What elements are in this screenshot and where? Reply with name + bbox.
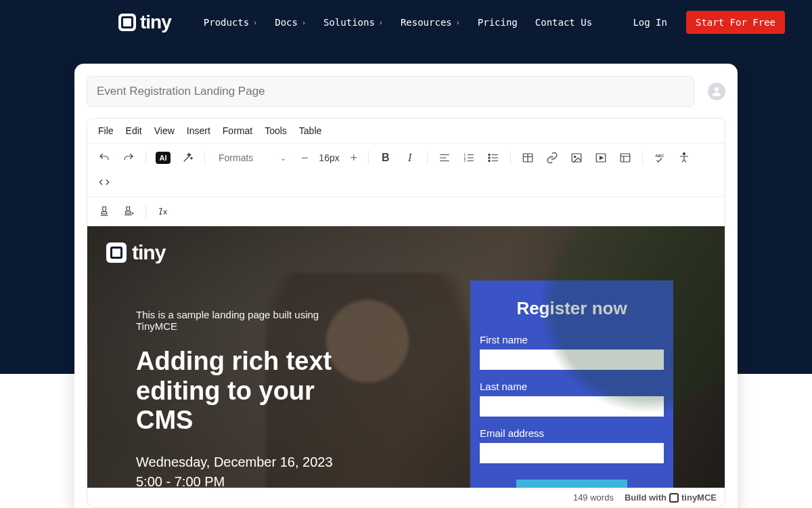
align-button[interactable] <box>434 148 455 168</box>
svg-point-6 <box>489 160 490 161</box>
last-name-label: Last name <box>480 381 664 392</box>
undo-icon <box>98 152 110 164</box>
svg-text:3: 3 <box>464 159 466 163</box>
editor-canvas[interactable]: tiny This is a sample landing page built… <box>87 226 725 488</box>
hero-date: Wednesday, December 16, 2023 <box>136 454 359 470</box>
font-size-value[interactable]: 16px <box>319 152 339 163</box>
chevron-right-icon: › <box>456 19 460 26</box>
chevron-down-icon: ⌄ <box>280 154 286 163</box>
code-button[interactable] <box>94 172 114 192</box>
bold-button[interactable]: B <box>376 148 396 168</box>
nav-item-contact[interactable]: Contact Us <box>535 17 592 28</box>
brand-logo-mark <box>118 14 136 31</box>
rich-text-editor: File Edit View Insert Format Tools Table… <box>87 118 725 488</box>
redo-icon <box>122 152 135 164</box>
magic-wand-button[interactable] <box>177 148 198 168</box>
first-name-input[interactable] <box>480 350 664 370</box>
stamp-add-button[interactable] <box>118 201 139 221</box>
word-count: 149 words <box>573 492 614 503</box>
hero-heading: Adding rich text editing to your CMS <box>136 347 359 436</box>
undo-button[interactable] <box>94 148 114 168</box>
email-input[interactable] <box>480 443 664 463</box>
italic-icon: I <box>408 152 411 164</box>
image-button[interactable] <box>566 148 587 168</box>
first-name-label: First name <box>480 334 664 345</box>
registration-form: Register now First name Last name Email … <box>470 280 673 488</box>
hero-time: 5:00 - 7:00 PM <box>136 474 359 488</box>
magic-wand-icon <box>181 152 194 164</box>
stamp-icon <box>98 205 110 217</box>
media-button[interactable] <box>591 148 611 168</box>
bullet-list-icon <box>487 152 499 164</box>
image-icon <box>570 152 583 164</box>
toolbar-row-2 <box>87 197 725 226</box>
media-icon <box>595 152 607 164</box>
template-button[interactable] <box>615 148 635 168</box>
nav-item-resources[interactable]: Resources› <box>401 17 460 28</box>
register-button[interactable]: Register <box>516 480 627 488</box>
start-free-button[interactable]: Start For Free <box>686 11 785 34</box>
chevron-right-icon: › <box>379 19 383 26</box>
brand-logo[interactable]: tiny <box>118 12 171 33</box>
ai-assistant-button[interactable]: AI <box>153 148 173 168</box>
menu-view[interactable]: View <box>154 125 175 136</box>
nav-item-products[interactable]: Products› <box>204 17 257 28</box>
nav-item-pricing[interactable]: Pricing <box>478 17 518 28</box>
table-button[interactable] <box>518 148 538 168</box>
hero-eyebrow: This is a sample landing page built usin… <box>136 309 359 332</box>
svg-point-13 <box>683 153 685 155</box>
login-link[interactable]: Log In <box>633 17 667 28</box>
align-left-icon <box>438 152 451 164</box>
chevron-right-icon: › <box>253 19 257 26</box>
page-title-input[interactable] <box>87 76 694 107</box>
top-nav: tiny Products› Docs› Solutions› Resource… <box>0 0 812 45</box>
numbered-list-icon: 123 <box>463 152 475 164</box>
svg-rect-11 <box>621 154 630 162</box>
equation-button[interactable] <box>153 201 173 221</box>
numbered-list-button[interactable]: 123 <box>459 148 479 168</box>
svg-point-4 <box>489 154 490 155</box>
menubar: File Edit View Insert Format Tools Table <box>87 119 725 144</box>
status-bar: 149 words Build with tinyMCE <box>87 488 725 507</box>
link-button[interactable] <box>542 148 562 168</box>
nav-item-docs[interactable]: Docs› <box>275 17 306 28</box>
accessibility-button[interactable] <box>674 148 694 168</box>
font-size-increase[interactable]: + <box>346 151 361 165</box>
stamp-button[interactable] <box>94 201 114 221</box>
email-label: Email address <box>480 427 664 439</box>
menu-insert[interactable]: Insert <box>187 125 210 136</box>
italic-button[interactable]: I <box>400 148 420 168</box>
svg-point-5 <box>489 157 490 158</box>
menu-edit[interactable]: Edit <box>126 125 142 136</box>
formats-dropdown[interactable]: Formats ⌄ <box>212 150 293 166</box>
spellcheck-button[interactable]: ABC <box>650 148 670 168</box>
powered-by[interactable]: Build with tinyMCE <box>625 492 717 503</box>
font-size-stepper: − 16px + <box>297 151 361 165</box>
nav-item-solutions[interactable]: Solutions› <box>323 17 383 28</box>
tinymce-logo-mark <box>669 493 679 503</box>
stamp-add-icon <box>122 205 135 217</box>
redo-button[interactable] <box>118 148 139 168</box>
menu-format[interactable]: Format <box>223 125 252 136</box>
user-icon <box>710 85 723 98</box>
menu-tools[interactable]: Tools <box>265 125 287 136</box>
svg-point-0 <box>715 87 719 91</box>
hero-text: This is a sample landing page built usin… <box>136 309 359 488</box>
last-name-input[interactable] <box>480 396 664 417</box>
link-icon <box>546 152 558 164</box>
spellcheck-icon: ABC <box>654 152 666 164</box>
ai-icon: AI <box>156 152 171 164</box>
font-size-decrease[interactable]: − <box>297 151 312 165</box>
menu-file[interactable]: File <box>98 125 114 136</box>
accessibility-icon <box>678 152 690 164</box>
nav-links: Products› Docs› Solutions› Resources› Pr… <box>204 17 592 28</box>
brand-name: tiny <box>140 12 171 33</box>
table-icon <box>522 152 534 164</box>
editor-card: File Edit View Insert Format Tools Table… <box>74 64 738 508</box>
menu-table[interactable]: Table <box>299 125 321 136</box>
toolbar-row-1: AI Formats ⌄ − 16px + B I 123 <box>87 144 725 197</box>
template-icon <box>619 152 631 164</box>
bullet-list-button[interactable] <box>483 148 503 168</box>
avatar[interactable] <box>708 83 725 100</box>
equation-icon <box>157 205 169 217</box>
